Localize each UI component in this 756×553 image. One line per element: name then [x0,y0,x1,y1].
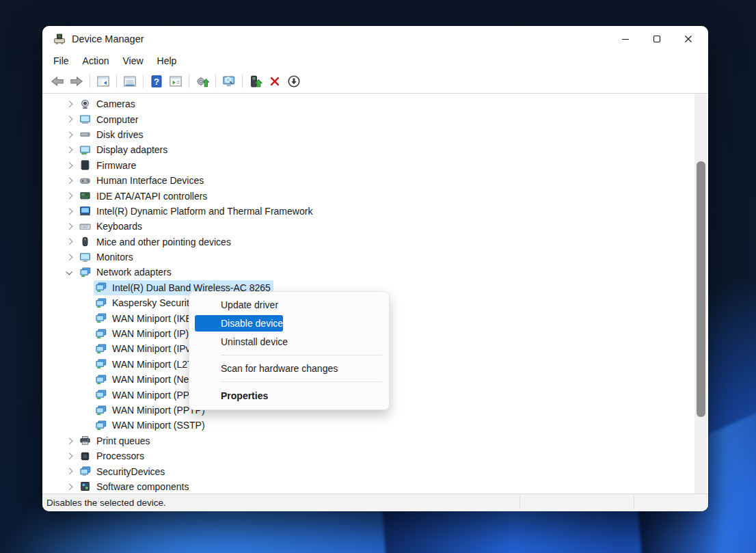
tree-item[interactable]: Computer [42,111,708,126]
svg-text:?: ? [154,77,159,87]
tree-item[interactable]: Keyboards [42,219,708,234]
camera-icon [79,98,91,110]
close-button[interactable] [673,26,704,52]
toolbar-show-console-tree-button[interactable] [94,72,113,91]
context-menu: Update driverDisable deviceUninstall dev… [189,291,390,410]
tree-item[interactable]: Print queues [42,433,708,448]
statusbar-divider [634,496,634,509]
toolbar-separator [189,75,189,88]
chevron-right-icon[interactable] [64,221,75,232]
toolbar-properties-button[interactable] [120,72,139,91]
tree-item[interactable]: Human Interface Devices [42,173,708,188]
tree-item[interactable]: Firmware [42,158,708,173]
properties-window-icon [123,75,137,88]
maximize-button[interactable] [641,26,673,52]
chevron-glyph [66,208,72,214]
tree-item-label: Disk drives [96,129,143,140]
context-menu-item-uninstall-device[interactable]: Uninstall device [189,332,389,351]
tree-item[interactable]: Intel(R) Dynamic Platform and Thermal Fr… [42,204,708,219]
chevron-right-icon[interactable] [64,144,75,155]
title-bar: Device Manager [42,26,708,52]
tree-item-body: WAN Miniport (SSTP) [94,418,208,433]
chevron-right-icon[interactable] [64,175,75,186]
tree-item[interactable]: Cameras [42,96,708,111]
toolbar-help-button[interactable]: ? [147,72,166,91]
chevron-right-icon[interactable] [64,98,75,109]
tree-item[interactable]: Software components [42,479,708,494]
context-menu-item-update-driver[interactable]: Update driver [189,295,389,314]
chevron-right-icon[interactable] [64,206,75,217]
tree-item-body: Display adapters [78,142,170,157]
toolbar-update-device-driver-button[interactable] [246,72,265,91]
toolbar-update-driver-software-button[interactable] [193,72,212,91]
toolbar: ? [42,70,708,94]
statusbar-divider [519,496,520,509]
toolbar-disable-device-button[interactable] [284,72,303,91]
chevron-right-icon[interactable] [64,237,75,247]
chevron-right-icon[interactable] [64,450,75,461]
software-component-icon [79,481,91,492]
menu-action[interactable]: Action [76,53,116,68]
computer-icon [79,113,91,125]
chevron-down-icon[interactable] [64,267,75,278]
toolbar-separator [90,75,90,88]
tree-item-label: Keyboards [96,221,142,232]
context-menu-item-scan-for-hardware-changes[interactable]: Scan for hardware changes [189,359,389,378]
tree-item-body: Print queues [78,433,153,448]
menu-help[interactable]: Help [150,53,184,68]
console-tree-icon [96,75,110,88]
chevron-glyph [66,147,72,153]
tree-item-body: Processors [78,448,147,463]
scrollbar-thumb[interactable] [697,161,705,417]
tree-item[interactable]: Disk drives [42,127,708,142]
device-manager-icon [53,33,66,45]
chevron-glyph [66,131,72,137]
tree-item[interactable]: Mice and other pointing devices [42,234,708,249]
chevron-right-icon[interactable] [64,466,75,477]
chevron-right-icon[interactable] [64,160,75,171]
context-menu-item-disable-device[interactable]: Disable device [195,315,283,332]
vertical-scrollbar[interactable] [694,94,707,494]
minimize-button[interactable] [610,26,641,52]
tree-item[interactable]: SecurityDevices [42,463,708,478]
minimize-icon [620,33,631,44]
keyboard-icon [79,221,91,232]
toolbar-show-action-pane-button[interactable] [166,72,185,91]
chevron-right-icon[interactable] [64,129,75,140]
tree-item-label: Network adapters [96,267,172,278]
tree-item-label: SecurityDevices [96,466,165,477]
toolbar-scan-hardware-changes-button[interactable] [219,72,239,91]
tree-item-label: Firmware [96,160,136,171]
tree-item[interactable]: Monitors [42,249,708,265]
menu-file[interactable]: File [46,53,76,68]
chevron-glyph [66,437,72,444]
status-text: Disables the selected device. [46,498,166,508]
context-menu-item-properties[interactable]: Properties [189,386,389,406]
chevron-right-icon[interactable] [64,114,75,125]
gear-update-icon [195,75,209,88]
toolbar-forward-button[interactable] [67,72,86,91]
tree-item[interactable]: IDE ATA/ATAPI controllers [42,188,708,203]
status-bar: Disables the selected device. [42,494,708,511]
tree-item[interactable]: Network adapters [42,265,708,280]
disable-circle-icon [287,75,301,88]
tree-item[interactable]: Display adapters [42,142,708,157]
context-menu-separator [221,355,382,355]
tree-item-body: SecurityDevices [78,463,167,478]
toolbar-back-button[interactable] [48,72,67,91]
chevron-right-icon[interactable] [64,481,75,492]
disk-drive-icon [79,129,91,140]
tree-item-body: Disk drives [78,127,146,142]
chevron-right-icon[interactable] [64,191,75,202]
tree-item-body: IDE ATA/ATAPI controllers [78,188,210,203]
toolbar-uninstall-device-button[interactable] [265,72,284,91]
monitor-icon [79,252,91,263]
tree-item[interactable]: WAN Miniport (SSTP) [42,418,708,433]
menu-view[interactable]: View [116,53,150,68]
chevron-right-icon[interactable] [64,435,75,446]
tree-item-label: Print queues [96,435,150,446]
chevron-glyph [66,178,72,184]
chevron-right-icon[interactable] [64,252,75,262]
tree-item[interactable]: Processors [42,448,708,463]
mouse-icon [79,236,91,247]
